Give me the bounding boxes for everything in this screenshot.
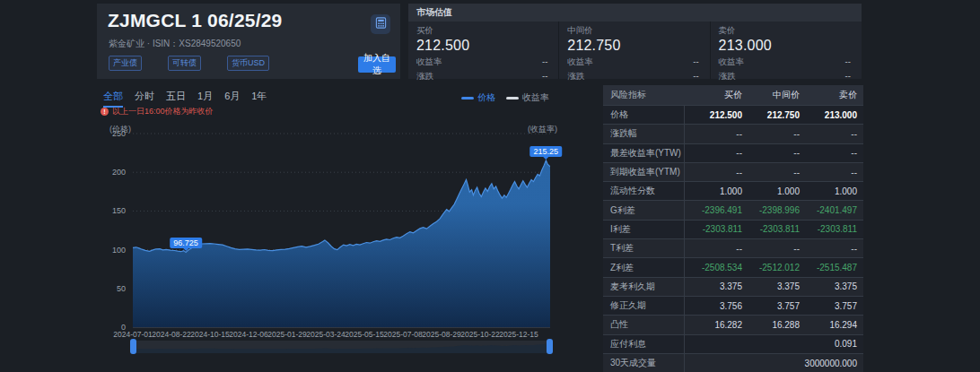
risk-row-value: -2401.497 xyxy=(800,205,857,215)
legend-yield[interactable]: 收益率 xyxy=(506,91,549,104)
risk-row-value: 1.000 xyxy=(742,186,800,196)
y-tick-label: 50 xyxy=(117,284,126,293)
risk-row-value: 3.375 xyxy=(800,281,857,291)
chart-range-navigator[interactable] xyxy=(133,341,550,352)
market-valuation-title: 市场估值 xyxy=(408,4,862,22)
risk-header-ask: 卖价 xyxy=(800,89,857,101)
risk-table-row: 麦考利久期3.3753.3753.375 xyxy=(603,277,863,296)
risk-table-row: T利差------ xyxy=(603,238,863,257)
ask-yield-label: 收益率 xyxy=(719,56,745,68)
bid-column: 买价 212.500 收益率-- 涨跌-- xyxy=(408,22,559,79)
price-area-chart xyxy=(133,132,550,329)
risk-row-label: 麦考利久期 xyxy=(603,278,685,296)
notice-text: 以上一日16:00价格为昨收价 xyxy=(112,106,214,117)
risk-table-row: 最差收益率(YTW)------ xyxy=(603,143,863,162)
risk-row-value: 0.091 xyxy=(800,339,857,349)
alert-icon: ! xyxy=(101,108,109,116)
tag-bond-type[interactable]: 产业债 xyxy=(109,56,142,71)
bond-title: ZJMGCL 1 06/25/29 xyxy=(108,10,282,31)
mid-price: 212.750 xyxy=(567,38,698,54)
navigator-area xyxy=(133,344,550,353)
risk-row-value: 1.000 xyxy=(800,186,857,196)
price-annotation-badge: 96.725 xyxy=(170,238,202,248)
tab-5day[interactable]: 五日 xyxy=(166,90,186,108)
ask-yield-value: -- xyxy=(845,56,851,68)
risk-table-row: 30天成交量3000000.000 xyxy=(603,353,863,372)
risk-row-value: 3.757 xyxy=(800,301,857,311)
tab-all[interactable]: 全部 xyxy=(103,90,123,108)
y-tick-label: 200 xyxy=(112,168,126,177)
risk-row-label: 修正久期 xyxy=(603,297,685,315)
price-annotation-badge: 215.25 xyxy=(530,146,563,157)
risk-row-label: T利差 xyxy=(603,239,685,257)
risk-row-label: 最差收益率(YTW) xyxy=(603,144,685,162)
risk-row-label: 涨跌幅 xyxy=(603,125,685,143)
risk-row-value: 213.000 xyxy=(800,110,857,120)
risk-row-value: -- xyxy=(685,148,742,158)
risk-row-value: 3000000.000 xyxy=(800,359,857,368)
risk-row-value: 16.288 xyxy=(742,320,800,330)
risk-table-row: I利差-2303.811-2303.811-2303.811 xyxy=(603,220,863,238)
risk-header-mid: 中间价 xyxy=(742,89,800,101)
bid-yield-label: 收益率 xyxy=(416,56,442,68)
risk-row-value: -2508.534 xyxy=(685,263,742,273)
risk-row-label: 到期收益率(YTM) xyxy=(603,163,685,181)
risk-row-value: 1.000 xyxy=(685,186,742,196)
bid-yield-value: -- xyxy=(542,56,547,68)
risk-row-value: -- xyxy=(800,168,857,177)
y-tick-label: 100 xyxy=(112,246,126,255)
bid-change-value: -- xyxy=(542,71,547,82)
bond-tags: 产业债 可转债 货币USD xyxy=(109,56,269,71)
market-valuation-body: 买价 212.500 收益率-- 涨跌-- 中间价 212.750 收益率-- … xyxy=(408,22,862,79)
legend-price[interactable]: 价格 xyxy=(461,91,495,104)
navigator-mini-chart xyxy=(133,342,550,353)
risk-header-bid: 买价 xyxy=(685,89,742,101)
risk-row-value: -2512.012 xyxy=(742,263,800,273)
risk-row-value: 16.294 xyxy=(800,320,857,330)
price-line-swatch xyxy=(461,97,474,99)
tab-6month[interactable]: 6月 xyxy=(224,90,240,108)
risk-row-label: Z利差 xyxy=(603,258,685,276)
bond-detail-page: ZJMGCL 1 06/25/29 紫金矿业 · ISIN：XS28495206… xyxy=(0,0,980,372)
x-tick-label: 2025-12-15 xyxy=(491,330,547,339)
risk-table-row: 价格212.500212.750213.000 xyxy=(603,105,863,124)
tab-intraday[interactable]: 分时 xyxy=(135,90,154,108)
risk-table-row: 涨跌幅------ xyxy=(603,124,863,143)
risk-row-label: 价格 xyxy=(603,106,685,124)
y-tick-label: 150 xyxy=(112,206,126,215)
risk-row-value: 3.756 xyxy=(685,301,742,311)
risk-row-value: -- xyxy=(685,168,742,177)
ask-column: 卖价 213.000 收益率-- 涨跌-- xyxy=(711,22,862,79)
risk-table-row: 应付利息0.091 xyxy=(603,334,863,353)
risk-table-row: 修正久期3.7563.7573.757 xyxy=(603,296,863,315)
tag-convertible[interactable]: 可转债 xyxy=(168,56,201,71)
risk-table-header: 风险指标 买价 中间价 卖价 xyxy=(603,85,863,105)
risk-row-value: -2303.811 xyxy=(685,224,742,234)
tab-1month[interactable]: 1月 xyxy=(197,90,213,108)
y-tick-label: 250 xyxy=(112,129,126,138)
calculator-icon xyxy=(375,16,387,32)
risk-row-value: 3.757 xyxy=(742,301,800,311)
mid-label: 中间价 xyxy=(567,25,698,37)
navigator-left-handle[interactable] xyxy=(130,339,136,354)
tag-currency[interactable]: 货币USD xyxy=(227,56,269,71)
risk-row-value: -2398.996 xyxy=(742,205,800,215)
navigator-right-handle[interactable] xyxy=(547,339,553,354)
price-notice: ! 以上一日16:00价格为昨收价 xyxy=(101,106,214,117)
yield-line-swatch xyxy=(506,97,519,99)
risk-row-value: 16.282 xyxy=(685,320,742,330)
risk-row-value: 212.750 xyxy=(742,110,800,120)
add-watchlist-button[interactable]: 加入自选 xyxy=(358,56,396,73)
risk-row-value: -- xyxy=(742,244,800,254)
risk-row-value: -- xyxy=(685,129,742,139)
mid-column: 中间价 212.750 收益率-- 涨跌-- xyxy=(559,22,710,79)
risk-row-value: -- xyxy=(742,148,800,158)
risk-row-label: 应付利息 xyxy=(603,335,685,353)
ask-change-value: -- xyxy=(845,71,851,82)
risk-row-value: -2303.811 xyxy=(742,224,800,234)
chart-period-tabs: 全部 分时 五日 1月 6月 1年 xyxy=(103,90,267,108)
price-chart[interactable]: 96.725215.25 xyxy=(133,132,550,329)
calculator-button[interactable] xyxy=(371,14,390,34)
tab-1year[interactable]: 1年 xyxy=(251,90,267,108)
risk-row-value: 3.375 xyxy=(742,281,800,291)
